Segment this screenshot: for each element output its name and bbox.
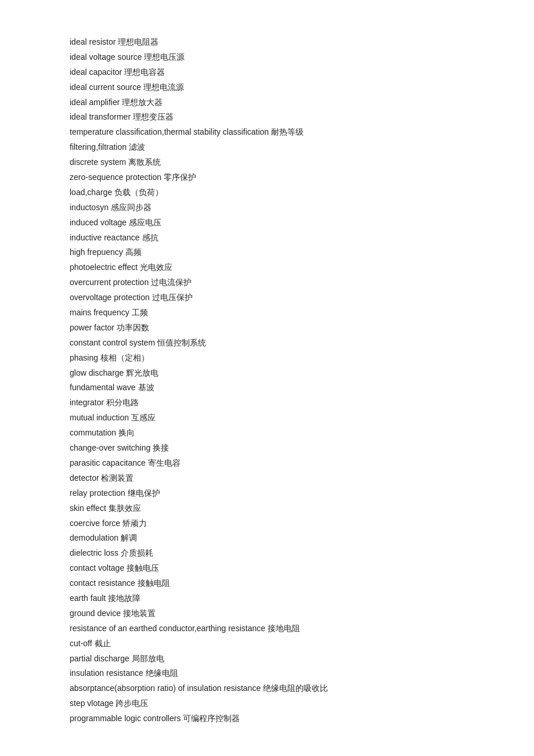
list-item: glow discharge 辉光放电 <box>70 366 464 381</box>
list-item: mutual induction 互感应 <box>70 411 464 426</box>
list-item: high frepuency 高频 <box>70 245 464 260</box>
list-item: power factor 功率因数 <box>70 321 464 336</box>
list-item: ideal resistor 理想电阻器 <box>70 35 464 50</box>
list-item: temperature classification,thermal stabi… <box>70 125 464 140</box>
list-item: ground device 接地装置 <box>70 606 464 621</box>
list-item: load,charge 负载（负荷） <box>70 185 464 200</box>
list-item: skin effect 集肤效应 <box>70 501 464 516</box>
list-item: filtering,filtration 滤波 <box>70 140 464 155</box>
list-item: cut-off 截止 <box>70 636 464 651</box>
list-item: earth fault 接地故障 <box>70 591 464 606</box>
list-item: photoelectric effect 光电效应 <box>70 260 464 275</box>
list-item: ideal capacitor 理想电容器 <box>70 65 464 80</box>
list-item: ideal transformer 理想变压器 <box>70 110 464 125</box>
list-item: fundamental wave 基波 <box>70 380 464 395</box>
list-item: step vlotage 跨步电压 <box>70 696 464 711</box>
list-item: overcurrent protection 过电流保护 <box>70 275 464 290</box>
list-item: contact voltage 接触电压 <box>70 561 464 576</box>
list-item: relay protection 继电保护 <box>70 486 464 501</box>
list-item: overvoltage protection 过电压保护 <box>70 290 464 305</box>
list-item: coercive force 矫顽力 <box>70 516 464 531</box>
glossary-list: ideal resistor 理想电阻器ideal voltage source… <box>70 35 464 726</box>
list-item: programmable logic controllers 可编程序控制器 <box>70 711 464 726</box>
list-item: absorptance(absorption ratio) of insulat… <box>70 681 464 696</box>
list-item: inductosyn 感应同步器 <box>70 200 464 215</box>
list-item: insulation resistance 绝缘电阻 <box>70 666 464 681</box>
list-item: inductive reactance 感抗 <box>70 231 464 246</box>
list-item: integrator 积分电路 <box>70 395 464 411</box>
list-item: discrete system 离散系统 <box>70 155 464 170</box>
list-item: ideal amplifier 理想放大器 <box>70 95 464 110</box>
list-item: constant control system 恒值控制系统 <box>70 336 464 351</box>
list-item: ideal current source 理想电流源 <box>70 80 464 95</box>
list-item: zero-sequence protection 零序保护 <box>70 170 464 185</box>
list-item: contact resistance 接触电阻 <box>70 576 464 591</box>
list-item: demodulation 解调 <box>70 531 464 546</box>
list-item: dielectric loss 介质损耗 <box>70 546 464 561</box>
list-item: partial discharge 局部放电 <box>70 651 464 667</box>
list-item: mains frequency 工频 <box>70 305 464 321</box>
list-item: commutation 换向 <box>70 426 464 441</box>
list-item: resistance of an earthed conductor,earth… <box>70 621 464 636</box>
list-item: change-over switching 换接 <box>70 441 464 456</box>
list-item: ideal voltage source 理想电压源 <box>70 50 464 65</box>
list-item: phasing 核相（定相） <box>70 351 464 366</box>
list-item: induced voltage 感应电压 <box>70 215 464 231</box>
list-item: parasitic capacitance 寄生电容 <box>70 456 464 471</box>
list-item: detector 检测装置 <box>70 471 464 486</box>
